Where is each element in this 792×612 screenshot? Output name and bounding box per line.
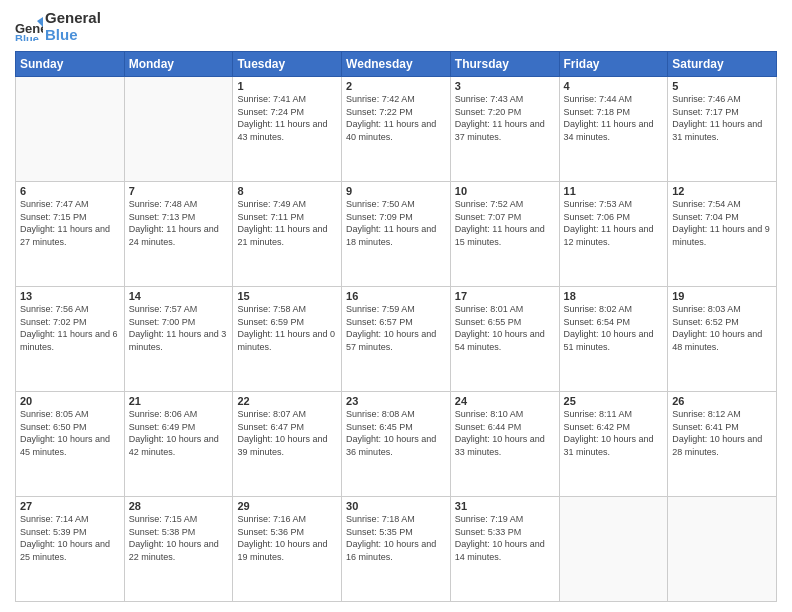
day-info: Sunrise: 7:52 AM Sunset: 7:07 PM Dayligh… — [455, 198, 555, 248]
day-number: 15 — [237, 290, 337, 302]
day-number: 1 — [237, 80, 337, 92]
calendar-header-thursday: Thursday — [450, 52, 559, 77]
day-number: 7 — [129, 185, 229, 197]
day-info: Sunrise: 7:19 AM Sunset: 5:33 PM Dayligh… — [455, 513, 555, 563]
calendar-day: 8 Sunrise: 7:49 AM Sunset: 7:11 PM Dayli… — [233, 182, 342, 287]
day-info: Sunrise: 8:11 AM Sunset: 6:42 PM Dayligh… — [564, 408, 664, 458]
calendar-day: 19 Sunrise: 8:03 AM Sunset: 6:52 PM Dayl… — [668, 287, 777, 392]
svg-text:Blue: Blue — [15, 33, 39, 41]
calendar-day: 27 Sunrise: 7:14 AM Sunset: 5:39 PM Dayl… — [16, 497, 125, 602]
calendar-day: 11 Sunrise: 7:53 AM Sunset: 7:06 PM Dayl… — [559, 182, 668, 287]
day-info: Sunrise: 7:41 AM Sunset: 7:24 PM Dayligh… — [237, 93, 337, 143]
day-info: Sunrise: 7:59 AM Sunset: 6:57 PM Dayligh… — [346, 303, 446, 353]
calendar-day — [124, 77, 233, 182]
day-info: Sunrise: 8:08 AM Sunset: 6:45 PM Dayligh… — [346, 408, 446, 458]
day-info: Sunrise: 8:01 AM Sunset: 6:55 PM Dayligh… — [455, 303, 555, 353]
calendar-day: 9 Sunrise: 7:50 AM Sunset: 7:09 PM Dayli… — [342, 182, 451, 287]
calendar-day — [16, 77, 125, 182]
calendar-day: 4 Sunrise: 7:44 AM Sunset: 7:18 PM Dayli… — [559, 77, 668, 182]
calendar-week-1: 1 Sunrise: 7:41 AM Sunset: 7:24 PM Dayli… — [16, 77, 777, 182]
calendar-day: 2 Sunrise: 7:42 AM Sunset: 7:22 PM Dayli… — [342, 77, 451, 182]
day-info: Sunrise: 7:47 AM Sunset: 7:15 PM Dayligh… — [20, 198, 120, 248]
day-number: 3 — [455, 80, 555, 92]
calendar-day: 24 Sunrise: 8:10 AM Sunset: 6:44 PM Dayl… — [450, 392, 559, 497]
day-number: 6 — [20, 185, 120, 197]
calendar-day: 12 Sunrise: 7:54 AM Sunset: 7:04 PM Dayl… — [668, 182, 777, 287]
day-info: Sunrise: 7:57 AM Sunset: 7:00 PM Dayligh… — [129, 303, 229, 353]
day-number: 11 — [564, 185, 664, 197]
day-number: 5 — [672, 80, 772, 92]
day-info: Sunrise: 7:54 AM Sunset: 7:04 PM Dayligh… — [672, 198, 772, 248]
calendar-day: 26 Sunrise: 8:12 AM Sunset: 6:41 PM Dayl… — [668, 392, 777, 497]
day-info: Sunrise: 7:42 AM Sunset: 7:22 PM Dayligh… — [346, 93, 446, 143]
calendar-day: 17 Sunrise: 8:01 AM Sunset: 6:55 PM Dayl… — [450, 287, 559, 392]
day-number: 13 — [20, 290, 120, 302]
day-number: 27 — [20, 500, 120, 512]
day-info: Sunrise: 7:58 AM Sunset: 6:59 PM Dayligh… — [237, 303, 337, 353]
day-number: 21 — [129, 395, 229, 407]
calendar-header-tuesday: Tuesday — [233, 52, 342, 77]
calendar-day: 7 Sunrise: 7:48 AM Sunset: 7:13 PM Dayli… — [124, 182, 233, 287]
day-info: Sunrise: 7:16 AM Sunset: 5:36 PM Dayligh… — [237, 513, 337, 563]
calendar-week-2: 6 Sunrise: 7:47 AM Sunset: 7:15 PM Dayli… — [16, 182, 777, 287]
calendar-table: SundayMondayTuesdayWednesdayThursdayFrid… — [15, 51, 777, 602]
day-number: 9 — [346, 185, 446, 197]
day-number: 24 — [455, 395, 555, 407]
day-info: Sunrise: 7:44 AM Sunset: 7:18 PM Dayligh… — [564, 93, 664, 143]
day-info: Sunrise: 7:48 AM Sunset: 7:13 PM Dayligh… — [129, 198, 229, 248]
day-number: 22 — [237, 395, 337, 407]
calendar-day — [668, 497, 777, 602]
day-info: Sunrise: 8:05 AM Sunset: 6:50 PM Dayligh… — [20, 408, 120, 458]
day-number: 28 — [129, 500, 229, 512]
calendar-day: 18 Sunrise: 8:02 AM Sunset: 6:54 PM Dayl… — [559, 287, 668, 392]
day-info: Sunrise: 7:14 AM Sunset: 5:39 PM Dayligh… — [20, 513, 120, 563]
day-number: 25 — [564, 395, 664, 407]
day-number: 18 — [564, 290, 664, 302]
calendar-header-monday: Monday — [124, 52, 233, 77]
calendar-day: 22 Sunrise: 8:07 AM Sunset: 6:47 PM Dayl… — [233, 392, 342, 497]
calendar-day: 3 Sunrise: 7:43 AM Sunset: 7:20 PM Dayli… — [450, 77, 559, 182]
calendar-day: 29 Sunrise: 7:16 AM Sunset: 5:36 PM Dayl… — [233, 497, 342, 602]
day-info: Sunrise: 7:18 AM Sunset: 5:35 PM Dayligh… — [346, 513, 446, 563]
day-info: Sunrise: 7:49 AM Sunset: 7:11 PM Dayligh… — [237, 198, 337, 248]
calendar-day: 28 Sunrise: 7:15 AM Sunset: 5:38 PM Dayl… — [124, 497, 233, 602]
day-number: 26 — [672, 395, 772, 407]
calendar-header-saturday: Saturday — [668, 52, 777, 77]
day-number: 12 — [672, 185, 772, 197]
day-number: 4 — [564, 80, 664, 92]
day-number: 30 — [346, 500, 446, 512]
calendar-week-3: 13 Sunrise: 7:56 AM Sunset: 7:02 PM Dayl… — [16, 287, 777, 392]
day-info: Sunrise: 7:43 AM Sunset: 7:20 PM Dayligh… — [455, 93, 555, 143]
day-number: 16 — [346, 290, 446, 302]
day-info: Sunrise: 7:46 AM Sunset: 7:17 PM Dayligh… — [672, 93, 772, 143]
calendar-day: 5 Sunrise: 7:46 AM Sunset: 7:17 PM Dayli… — [668, 77, 777, 182]
logo-blue: Blue — [45, 27, 101, 44]
day-info: Sunrise: 8:07 AM Sunset: 6:47 PM Dayligh… — [237, 408, 337, 458]
day-number: 10 — [455, 185, 555, 197]
calendar-day — [559, 497, 668, 602]
calendar-day: 13 Sunrise: 7:56 AM Sunset: 7:02 PM Dayl… — [16, 287, 125, 392]
calendar-day: 20 Sunrise: 8:05 AM Sunset: 6:50 PM Dayl… — [16, 392, 125, 497]
day-info: Sunrise: 8:10 AM Sunset: 6:44 PM Dayligh… — [455, 408, 555, 458]
logo: General Blue General Blue — [15, 10, 101, 43]
calendar-header-wednesday: Wednesday — [342, 52, 451, 77]
day-number: 14 — [129, 290, 229, 302]
day-info: Sunrise: 7:56 AM Sunset: 7:02 PM Dayligh… — [20, 303, 120, 353]
day-number: 29 — [237, 500, 337, 512]
day-info: Sunrise: 8:06 AM Sunset: 6:49 PM Dayligh… — [129, 408, 229, 458]
calendar-week-5: 27 Sunrise: 7:14 AM Sunset: 5:39 PM Dayl… — [16, 497, 777, 602]
calendar-day: 10 Sunrise: 7:52 AM Sunset: 7:07 PM Dayl… — [450, 182, 559, 287]
calendar-day: 16 Sunrise: 7:59 AM Sunset: 6:57 PM Dayl… — [342, 287, 451, 392]
page: General Blue General Blue SundayMondayTu… — [0, 0, 792, 612]
header: General Blue General Blue — [15, 10, 777, 43]
calendar-header-sunday: Sunday — [16, 52, 125, 77]
day-number: 2 — [346, 80, 446, 92]
day-number: 31 — [455, 500, 555, 512]
calendar-day: 15 Sunrise: 7:58 AM Sunset: 6:59 PM Dayl… — [233, 287, 342, 392]
logo-general: General — [45, 10, 101, 27]
calendar-day: 30 Sunrise: 7:18 AM Sunset: 5:35 PM Dayl… — [342, 497, 451, 602]
day-number: 17 — [455, 290, 555, 302]
day-number: 8 — [237, 185, 337, 197]
day-info: Sunrise: 8:12 AM Sunset: 6:41 PM Dayligh… — [672, 408, 772, 458]
logo-icon: General Blue — [15, 13, 43, 41]
